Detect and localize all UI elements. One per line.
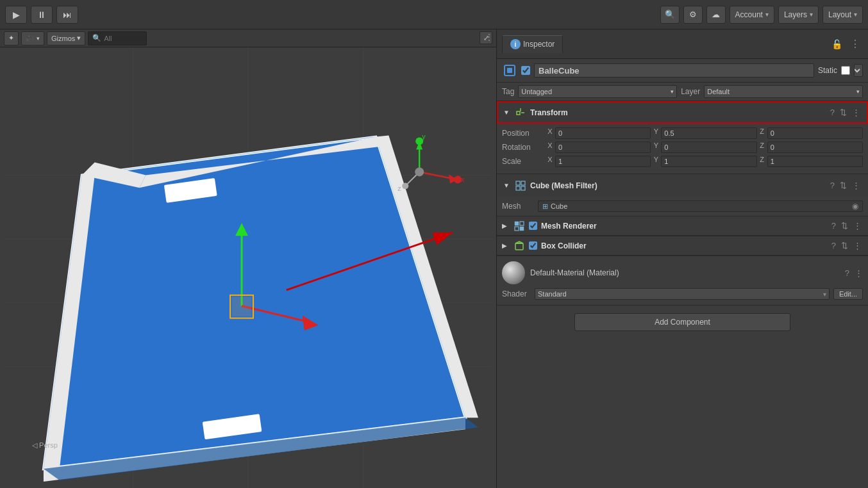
scene-search[interactable]: 🔍: [88, 31, 147, 45]
transform-help-icon[interactable]: ?: [829, 106, 836, 118]
search-icon-btn[interactable]: 🔍: [660, 6, 680, 24]
account-dropdown[interactable]: Tag Account ▾: [730, 6, 774, 24]
box-collider-help-icon[interactable]: ?: [830, 240, 837, 252]
wrench-btn[interactable]: ✦: [4, 31, 19, 45]
search-icon: 🔍: [92, 34, 101, 42]
position-z-input[interactable]: [767, 127, 863, 139]
scale-x-input[interactable]: [555, 156, 651, 167]
transform-header[interactable]: ▼ Transform ? ⇅ ⋮: [497, 101, 868, 124]
gizmos-btn[interactable]: Gizmos ▾: [47, 31, 85, 45]
add-component-button[interactable]: Add Component: [574, 313, 791, 331]
play-button[interactable]: ▶: [5, 6, 27, 24]
static-dropdown[interactable]: ▾: [854, 64, 863, 77]
transform-menu-icon[interactable]: ⋮: [851, 106, 862, 118]
mesh-filter-menu-icon[interactable]: ⋮: [851, 179, 862, 191]
scale-label: Scale: [502, 157, 544, 166]
mesh-filter-header[interactable]: ▼ Cube (Mesh Filter) ? ⇅ ⋮: [497, 174, 868, 197]
layout-dropdown[interactable]: Layout ▾: [822, 6, 863, 24]
mesh-filter-settings-icon[interactable]: ⇅: [839, 179, 848, 191]
mesh-renderer-menu-icon[interactable]: ⋮: [852, 220, 863, 232]
svg-text:x: x: [461, 175, 465, 183]
scene-view: ✦ 🎥 ▾ Gizmos ▾ 🔍 ⤢ ⋮: [0, 29, 496, 488]
shader-edit-button[interactable]: Edit...: [833, 288, 863, 300]
transform-body: Position X Y Z Rotation: [497, 124, 868, 174]
rotation-y-input[interactable]: [661, 142, 756, 153]
material-menu-icon[interactable]: ⋮: [855, 268, 863, 278]
settings-icon-btn[interactable]: ⚙: [683, 6, 703, 24]
position-y-axis-label: Y: [652, 127, 660, 139]
box-collider-icon: [513, 240, 525, 252]
panel-menu-btn[interactable]: ⋮: [847, 35, 863, 53]
gizmos-label: Gizmos: [51, 35, 75, 42]
rotation-x-axis-label: X: [546, 142, 554, 153]
scale-row: Scale X Y Z: [502, 156, 863, 167]
mesh-renderer-settings-icon[interactable]: ⇅: [840, 220, 849, 232]
mesh-filter-icon: [515, 180, 526, 191]
camera-btn[interactable]: 🎥 ▾: [21, 31, 44, 45]
mesh-renderer-btns: ? ⇅ ⋮: [830, 220, 863, 232]
mesh-value: Cube: [551, 202, 567, 210]
static-checkbox[interactable]: [841, 66, 850, 75]
layers-dropdown[interactable]: Layers ▾: [778, 6, 819, 24]
svg-rect-45: [516, 186, 520, 190]
layer-dropdown[interactable]: Default ▾: [704, 85, 863, 98]
mesh-renderer-title: Mesh Renderer: [541, 222, 826, 231]
shader-dropdown[interactable]: Standard ▾: [535, 288, 830, 300]
scene-canvas: y x z ◁ Persp: [0, 47, 496, 488]
mesh-filter-collapse-arrow-icon: ▼: [503, 182, 511, 189]
mesh-value-container: ⊞ Cube ◉: [538, 200, 863, 212]
svg-rect-46: [521, 186, 525, 190]
position-x-input[interactable]: [555, 127, 651, 139]
svg-rect-23: [232, 297, 251, 316]
scene-menu-btn[interactable]: ⋮: [482, 29, 496, 45]
mesh-filter-btns: ? ⇅ ⋮: [829, 179, 862, 191]
pause-button[interactable]: ⏸: [31, 6, 53, 24]
svg-point-29: [415, 167, 424, 176]
right-panel: i Inspector 🔓 ⋮ Static: [496, 29, 868, 488]
scale-z-input[interactable]: [767, 156, 863, 167]
rotation-x-input[interactable]: [555, 142, 651, 153]
mesh-renderer-icon: [513, 220, 525, 232]
mesh-filter-help-icon[interactable]: ?: [829, 179, 836, 191]
gameobject-enabled-checkbox[interactable]: [521, 66, 530, 75]
transform-settings-icon[interactable]: ⇅: [839, 106, 848, 118]
tag-value: Untagged: [521, 88, 552, 95]
position-row: Position X Y Z: [502, 127, 863, 139]
mesh-select-icon[interactable]: ◉: [852, 202, 858, 211]
inspector-tab[interactable]: i Inspector: [502, 35, 563, 53]
position-y-input[interactable]: [661, 127, 756, 139]
rotation-z-input[interactable]: [767, 142, 863, 153]
step-button[interactable]: ⏭: [56, 6, 78, 24]
panel-tabs: i Inspector 🔓 ⋮: [497, 29, 868, 59]
scene-search-input[interactable]: [104, 35, 142, 42]
scale-y-input[interactable]: [661, 156, 756, 167]
box-collider-menu-icon[interactable]: ⋮: [852, 240, 863, 252]
material-help-icon[interactable]: ?: [845, 268, 849, 278]
shader-chevron-icon: ▾: [823, 291, 826, 298]
mesh-renderer-header[interactable]: ▶ Mesh Renderer ? ⇅ ⋮: [497, 216, 868, 236]
transform-icon: [515, 107, 526, 118]
mesh-renderer-help-icon[interactable]: ?: [830, 220, 837, 232]
transform-title: Transform: [530, 108, 825, 117]
box-collider-section: ▶ Box Collider ? ⇅ ⋮: [497, 236, 868, 256]
lock-icon-btn[interactable]: 🔓: [829, 37, 845, 52]
box-collider-header[interactable]: ▶ Box Collider ? ⇅ ⋮: [497, 236, 868, 256]
tag-dropdown[interactable]: Untagged ▾: [518, 85, 677, 98]
camera-label: ▾: [37, 35, 40, 42]
svg-rect-51: [515, 243, 523, 250]
camera-icon: 🎥: [26, 34, 35, 42]
transform-btns: ? ⇅ ⋮: [829, 106, 862, 118]
box-collider-btns: ? ⇅ ⋮: [830, 240, 863, 252]
gameobject-name-input[interactable]: [534, 63, 814, 77]
box-collider-settings-icon[interactable]: ⇅: [840, 240, 849, 252]
tag-label: Tag: [502, 87, 514, 96]
mesh-renderer-enabled-checkbox[interactable]: [529, 222, 537, 230]
cloud-icon-btn[interactable]: ☁: [706, 6, 726, 24]
svg-point-32: [402, 183, 408, 189]
transform-collapse-arrow-icon: ▼: [503, 109, 511, 116]
position-x-axis-label: X: [546, 127, 554, 139]
scale-z-axis-label: Z: [758, 156, 766, 167]
box-collider-enabled-checkbox[interactable]: [529, 241, 537, 250]
scale-fields: X Y Z: [546, 156, 863, 167]
tag-layer-row: Tag Untagged ▾ Layer Default ▾: [497, 83, 868, 101]
